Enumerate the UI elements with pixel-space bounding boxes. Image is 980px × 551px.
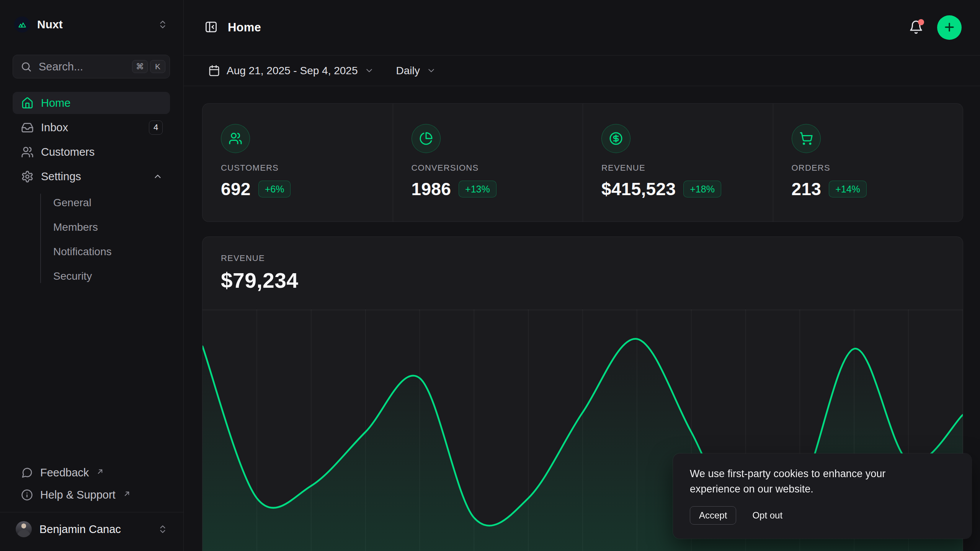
sidebar-nav: Home Inbox 4 bbox=[13, 92, 170, 289]
home-icon bbox=[21, 97, 34, 109]
inbox-count-badge: 4 bbox=[149, 121, 163, 135]
stat-value: 213 bbox=[792, 179, 822, 199]
sidebar-item-label: Feedback bbox=[40, 466, 89, 479]
sidebar-collapse-button[interactable] bbox=[202, 19, 220, 36]
external-link-icon bbox=[96, 465, 104, 473]
users-icon bbox=[221, 124, 250, 153]
sidebar-item-help-support[interactable]: Help & Support bbox=[13, 484, 170, 506]
revenue-chart-label: REVENUE bbox=[221, 253, 944, 263]
sidebar-item-label: Settings bbox=[41, 170, 81, 183]
kbd-meta: ⌘ bbox=[132, 60, 148, 73]
stat-delta-badge: +6% bbox=[258, 181, 291, 197]
stat-delta-badge: +14% bbox=[829, 181, 867, 197]
cookie-banner: We use first-party cookies to enhance yo… bbox=[673, 453, 972, 539]
calendar-icon bbox=[208, 65, 220, 77]
cookie-message: We use first-party cookies to enhance yo… bbox=[690, 466, 935, 497]
sidebar-item-general[interactable]: General bbox=[13, 191, 170, 215]
sidebar-item-settings[interactable]: Settings bbox=[13, 165, 170, 187]
date-range-picker[interactable]: Aug 21, 2025 - Sep 4, 2025 bbox=[208, 65, 374, 77]
stat-label: REVENUE bbox=[601, 163, 761, 173]
notification-dot bbox=[918, 19, 924, 25]
granularity-label: Daily bbox=[396, 65, 420, 77]
stat-label: CUSTOMERS bbox=[221, 163, 381, 173]
user-menu[interactable]: Benjamin Canac bbox=[13, 517, 170, 541]
dollar-circle-icon bbox=[601, 124, 630, 153]
stat-orders[interactable]: ORDERS 213 +14% bbox=[773, 104, 963, 222]
sidebar-item-inbox[interactable]: Inbox 4 bbox=[13, 116, 170, 139]
sidebar-item-label: Home bbox=[41, 97, 70, 109]
stat-revenue[interactable]: REVENUE $415,523 +18% bbox=[583, 104, 773, 222]
cookie-actions: Accept Opt out bbox=[690, 506, 955, 525]
sidebar-item-security[interactable]: Security bbox=[13, 264, 170, 289]
chevron-up-down-icon bbox=[158, 524, 168, 534]
settings-subnav: General Members Notifications Security bbox=[13, 191, 170, 289]
granularity-select[interactable]: Daily bbox=[396, 65, 436, 77]
notifications-button[interactable] bbox=[906, 18, 926, 37]
external-link-icon bbox=[123, 487, 131, 495]
revenue-chart-total: $79,234 bbox=[221, 268, 944, 293]
pie-chart-icon bbox=[412, 124, 441, 153]
stat-delta-badge: +18% bbox=[683, 181, 721, 197]
chevron-up-icon bbox=[153, 171, 163, 181]
cart-icon bbox=[792, 124, 821, 153]
chevron-up-down-icon bbox=[158, 20, 168, 29]
sidebar-spacer bbox=[13, 289, 170, 461]
sidebar-item-customers[interactable]: Customers bbox=[13, 141, 170, 163]
sidebar-item-label: Customers bbox=[41, 146, 95, 158]
sidebar-item-home[interactable]: Home bbox=[13, 92, 170, 114]
sidebar-divider bbox=[0, 512, 183, 512]
sidebar-item-members[interactable]: Members bbox=[13, 215, 170, 240]
sidebar: Nuxt Search... ⌘ K bbox=[0, 0, 184, 551]
stat-customers[interactable]: CUSTOMERS 692 +6% bbox=[203, 104, 393, 222]
date-range-label: Aug 21, 2025 - Sep 4, 2025 bbox=[227, 65, 358, 77]
kbd-k: K bbox=[150, 60, 165, 73]
sidebar-item-label: Inbox bbox=[41, 121, 68, 134]
stat-value: 1986 bbox=[412, 179, 451, 199]
add-button[interactable] bbox=[937, 15, 962, 40]
chevron-down-icon bbox=[364, 66, 374, 75]
user-name: Benjamin Canac bbox=[39, 523, 150, 536]
chevron-down-icon bbox=[426, 66, 436, 75]
stat-label: ORDERS bbox=[792, 163, 952, 173]
gear-icon bbox=[21, 170, 34, 183]
panel-left-icon bbox=[204, 20, 218, 35]
team-name: Nuxt bbox=[37, 18, 151, 31]
team-switcher[interactable]: Nuxt bbox=[13, 15, 170, 34]
top-header: Home bbox=[184, 0, 980, 55]
filter-bar: Aug 21, 2025 - Sep 4, 2025 Daily bbox=[184, 55, 980, 86]
sidebar-item-feedback[interactable]: Feedback bbox=[13, 461, 170, 484]
info-icon bbox=[21, 489, 33, 501]
message-icon bbox=[21, 467, 33, 479]
stat-value: $415,523 bbox=[601, 179, 676, 199]
revenue-chart-header: REVENUE $79,234 bbox=[203, 237, 963, 310]
search-input[interactable]: Search... ⌘ K bbox=[13, 55, 170, 78]
search-shortcut: ⌘ K bbox=[132, 60, 165, 73]
sidebar-item-notifications[interactable]: Notifications bbox=[13, 240, 170, 264]
users-icon bbox=[21, 146, 34, 158]
stats-summary-card: CUSTOMERS 692 +6% CONVERSIONS bbox=[203, 104, 963, 222]
search-icon bbox=[20, 61, 32, 73]
stat-delta-badge: +13% bbox=[459, 181, 497, 197]
avatar bbox=[16, 521, 32, 537]
opt-out-button[interactable]: Opt out bbox=[752, 510, 782, 521]
page-title: Home bbox=[228, 21, 261, 34]
plus-icon bbox=[943, 21, 956, 35]
stat-label: CONVERSIONS bbox=[412, 163, 572, 173]
sidebar-item-label: Help & Support bbox=[40, 489, 116, 501]
stat-value: 692 bbox=[221, 179, 251, 199]
accept-button[interactable]: Accept bbox=[690, 506, 736, 525]
inbox-icon bbox=[21, 121, 34, 134]
header-actions bbox=[906, 15, 962, 40]
stat-conversions[interactable]: CONVERSIONS 1986 +13% bbox=[393, 104, 583, 222]
nuxt-logo-icon bbox=[14, 16, 30, 33]
search-placeholder: Search... bbox=[39, 60, 126, 73]
